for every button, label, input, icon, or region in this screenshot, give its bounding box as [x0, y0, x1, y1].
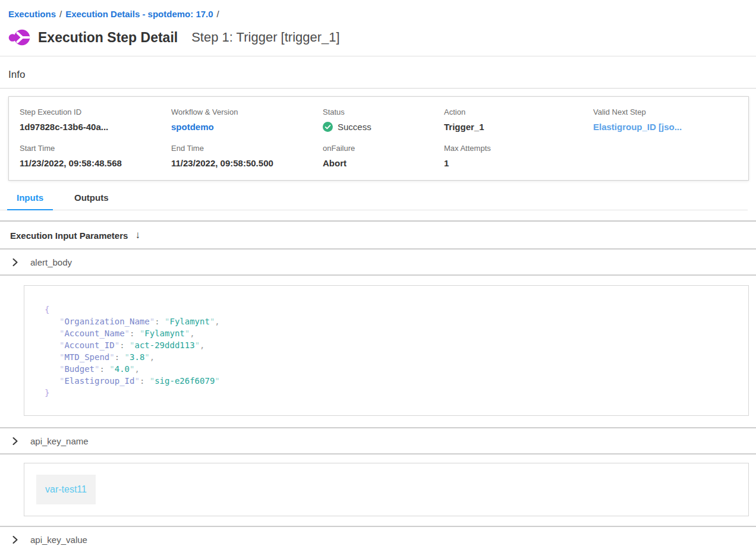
json-key: Elastigroup_Id: [59, 376, 140, 386]
tab-outputs[interactable]: Outputs: [65, 192, 118, 210]
json-key: Budget: [59, 364, 99, 374]
json-value: act-29ddd113: [130, 340, 200, 350]
json-value: Fylamynt: [165, 317, 215, 326]
json-entry: MTD_Spend3.8: [45, 351, 736, 363]
field-label: Max Attempts: [444, 144, 593, 153]
workflow-link[interactable]: spotdemo: [171, 122, 323, 132]
json-value: sig-e26f6079: [150, 376, 220, 386]
tab-bar: Inputs Outputs: [0, 192, 748, 210]
param-row-api-key-name[interactable]: api_key_name: [0, 428, 756, 453]
field-end-time: End Time 11/23/2022, 09:58:50.500: [171, 144, 323, 168]
field-label: Status: [323, 108, 444, 116]
json-entry: Elastigroup_Idsig-e26f6079: [45, 375, 736, 387]
field-value: 11/23/2022, 09:58:48.568: [20, 158, 171, 168]
api-key-name-content: var-test11: [24, 463, 749, 516]
json-entry: Account_IDact-29ddd113: [45, 339, 736, 351]
json-key: Organization_Name: [59, 317, 155, 326]
field-valid-next-step: Valid Next Step Elastigroup_ID [jso...: [593, 108, 748, 132]
divider: [0, 274, 756, 276]
field-label: Step Execution ID: [20, 108, 171, 116]
page-subtitle: Step 1: Trigger [trigger_1]: [191, 30, 339, 45]
breadcrumb: Executions/Execution Details - spotdemo:…: [0, 0, 756, 19]
param-name: api_key_value: [30, 535, 87, 545]
field-label: Workflow & Version: [171, 108, 323, 116]
field-step-execution-id: Step Execution ID 1d97828c-13b6-40a...: [20, 108, 171, 132]
info-heading-divider: [0, 88, 756, 89]
breadcrumb-link-execution-details[interactable]: Execution Details - spotdemo: 17.0: [65, 9, 213, 19]
field-max-attempts: Max Attempts 1: [444, 144, 593, 168]
success-check-icon: [323, 122, 333, 132]
status-badge: Success: [323, 122, 444, 132]
info-card: Step Execution ID 1d97828c-13b6-40a... W…: [8, 96, 749, 181]
sort-down-arrow-icon[interactable]: ↓: [135, 229, 140, 241]
page-title: Execution Step Detail: [38, 30, 178, 46]
breadcrumb-link-executions[interactable]: Executions: [8, 9, 56, 19]
next-step-link[interactable]: Elastigroup_ID [jso...: [593, 122, 748, 132]
json-entry: Account_NameFylamynt: [45, 327, 736, 339]
json-key: MTD_Spend: [59, 352, 115, 362]
field-value: 1: [444, 158, 593, 168]
breadcrumb-separator: /: [59, 9, 62, 19]
execution-input-parameters-header: Execution Input Parameters ↓: [0, 222, 756, 248]
info-heading: Info: [0, 56, 756, 88]
field-value: 11/23/2022, 09:58:50.500: [171, 158, 323, 168]
field-value: Trigger_1: [444, 122, 593, 132]
param-name: api_key_name: [30, 436, 89, 446]
param-row-api-key-value[interactable]: api_key_value: [0, 527, 756, 546]
field-value: Abort: [323, 158, 444, 168]
field-label: End Time: [171, 144, 323, 153]
json-key: Account_ID: [59, 340, 119, 350]
json-key: Account_Name: [59, 329, 130, 338]
param-row-alert-body[interactable]: alert_body: [0, 250, 756, 274]
execution-input-parameters-title: Execution Input Parameters: [10, 231, 128, 241]
field-label: Start Time: [20, 144, 171, 153]
tab-inputs[interactable]: Inputs: [7, 192, 53, 210]
json-value: Fylamynt: [140, 329, 190, 338]
param-name: alert_body: [30, 257, 72, 267]
json-value: 4.0: [109, 364, 134, 374]
fylamynt-branch-icon: [8, 28, 30, 47]
json-entry: Organization_NameFylamynt: [45, 315, 736, 327]
field-status: Status Success: [323, 108, 444, 132]
chevron-right-icon[interactable]: [11, 258, 19, 267]
field-label: Action: [444, 108, 593, 116]
field-start-time: Start Time 11/23/2022, 09:58:48.568: [20, 144, 171, 168]
field-label: Valid Next Step: [593, 108, 748, 116]
status-text: Success: [338, 122, 371, 132]
field-label: onFailure: [323, 144, 444, 153]
divider: [0, 453, 756, 455]
json-entry: Budget4.0: [45, 363, 736, 375]
breadcrumb-separator: /: [217, 9, 219, 19]
json-value: 3.8: [125, 352, 150, 362]
alert-body-json-viewer: { Organization_NameFylamynt Account_Name…: [24, 285, 749, 416]
field-onfailure: onFailure Abort: [323, 144, 444, 168]
page-header: Execution Step Detail Step 1: Trigger [t…: [0, 19, 756, 56]
json-open-brace: {: [45, 305, 49, 314]
json-close-brace: }: [45, 388, 49, 397]
chevron-right-icon[interactable]: [11, 437, 19, 446]
value-chip: var-test11: [36, 475, 96, 504]
field-action: Action Trigger_1: [444, 108, 593, 132]
chevron-right-icon[interactable]: [11, 535, 19, 544]
field-value: 1d97828c-13b6-40a...: [20, 122, 171, 132]
field-workflow-version: Workflow & Version spotdemo: [171, 108, 323, 132]
